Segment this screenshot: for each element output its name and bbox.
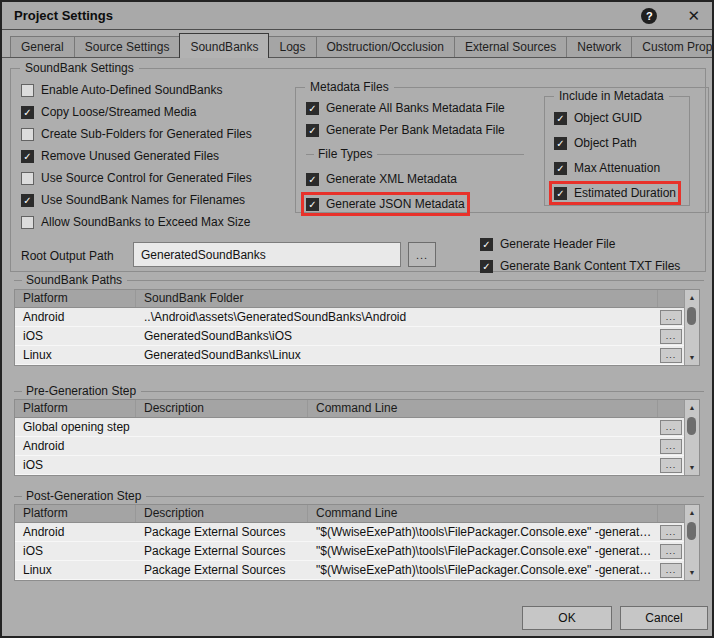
table-row[interactable]: Android... xyxy=(15,437,684,456)
column-header-description[interactable]: Description xyxy=(136,400,308,417)
scrollbar-thumb[interactable] xyxy=(687,417,696,435)
column-header-soundbank-folder[interactable]: SoundBank Folder xyxy=(136,290,658,307)
checkbox-generate-all-banks-metadata-file[interactable]: ✓Generate All Banks Metadata File xyxy=(306,101,505,115)
column-header-description[interactable]: Description xyxy=(136,505,308,522)
checkbox-checked-icon[interactable]: ✓ xyxy=(21,106,34,119)
checkbox-checked-icon[interactable]: ✓ xyxy=(554,112,567,125)
row-actions-cell: ... xyxy=(658,439,684,454)
section-label: Post-Generation Step xyxy=(26,489,141,503)
checkbox-generate-xml-metadata[interactable]: ✓Generate XML Metadata xyxy=(306,172,457,186)
table-row[interactable]: Global opening step... xyxy=(15,418,684,437)
checkbox-allow-soundbanks-to-exceed-max-size[interactable]: Allow SoundBanks to Exceed Max Size xyxy=(21,215,250,229)
column-header-command-line[interactable]: Command Line xyxy=(308,505,658,522)
checkbox-max-attenuation[interactable]: ✓Max Attenuation xyxy=(554,161,660,175)
checkbox-use-soundbank-names-for-filenames[interactable]: ✓Use SoundBank Names for Filenames xyxy=(21,193,245,207)
tab-obstruction-occlusion[interactable]: Obstruction/Occlusion xyxy=(316,36,455,57)
checkbox-checked-icon[interactable]: ✓ xyxy=(306,173,319,186)
section-head-post-generation-step: Post-Generation Step xyxy=(14,489,704,503)
checkbox-use-source-control-for-generated-files[interactable]: Use Source Control for Generated Files xyxy=(21,171,252,185)
checkbox-remove-unused-generated-files[interactable]: ✓Remove Unused Generated Files xyxy=(21,149,219,163)
column-header-platform[interactable]: Platform xyxy=(15,400,136,417)
checkbox-generate-json-metadata[interactable]: ✓Generate JSON Metadata xyxy=(306,197,465,211)
tab-custom-properties[interactable]: Custom Properties xyxy=(631,36,714,57)
checkbox-copy-loose-streamed-media[interactable]: ✓Copy Loose/Streamed Media xyxy=(21,105,196,119)
row-actions-cell: ... xyxy=(658,563,684,578)
checkbox-checked-icon[interactable]: ✓ xyxy=(21,194,34,207)
checkbox-checked-icon[interactable]: ✓ xyxy=(306,198,319,211)
tab-external-sources[interactable]: External Sources xyxy=(454,36,567,57)
checkbox-generate-bank-content-txt-files[interactable]: ✓Generate Bank Content TXT Files xyxy=(480,259,680,273)
tab-source-settings[interactable]: Source Settings xyxy=(74,36,181,57)
scroll-down-arrow-icon[interactable]: ▼ xyxy=(685,565,699,580)
tab-logs[interactable]: Logs xyxy=(268,36,316,57)
checkbox-unchecked-icon[interactable] xyxy=(21,216,34,229)
checkbox-checked-icon[interactable]: ✓ xyxy=(480,238,493,251)
checkbox-label: Generate Header File xyxy=(500,237,615,251)
table-row[interactable]: AndroidPackage External Sources"$(WwiseE… xyxy=(15,523,684,542)
vertical-scrollbar[interactable]: ▲▼ xyxy=(684,505,699,580)
checkbox-object-path[interactable]: ✓Object Path xyxy=(554,136,637,150)
checkbox-checked-icon[interactable]: ✓ xyxy=(554,137,567,150)
soundbank-settings-checkbox-list: Enable Auto-Defined SoundBanks✓Copy Loos… xyxy=(21,83,252,237)
table-row[interactable]: LinuxGeneratedSoundBanks\Linux... xyxy=(15,346,684,365)
help-icon[interactable]: ? xyxy=(641,8,657,24)
scroll-up-arrow-icon[interactable]: ▲ xyxy=(685,505,699,520)
checkbox-checked-icon[interactable]: ✓ xyxy=(21,150,34,163)
table-cell: ..\Android\assets\GeneratedSoundBanks\An… xyxy=(136,310,658,324)
metadata-files-checkbox-list: ✓Generate All Banks Metadata File✓Genera… xyxy=(306,101,524,137)
scrollbar-thumb[interactable] xyxy=(687,307,696,325)
checkbox-checked-icon[interactable]: ✓ xyxy=(554,162,567,175)
table-row[interactable]: iOS... xyxy=(15,456,684,475)
tab-network[interactable]: Network xyxy=(566,36,632,57)
scroll-down-arrow-icon[interactable]: ▼ xyxy=(685,460,699,475)
row-browse-button[interactable]: ... xyxy=(660,310,682,325)
row-browse-button[interactable]: ... xyxy=(660,329,682,344)
checkbox-estimated-duration[interactable]: ✓Estimated Duration xyxy=(554,186,676,200)
checkbox-generate-header-file[interactable]: ✓Generate Header File xyxy=(480,237,615,251)
row-actions-cell: ... xyxy=(658,420,684,435)
column-header-platform[interactable]: Platform xyxy=(15,290,136,307)
vertical-scrollbar[interactable]: ▲▼ xyxy=(684,290,699,365)
scroll-up-arrow-icon[interactable]: ▲ xyxy=(685,400,699,415)
row-browse-button[interactable]: ... xyxy=(660,525,682,540)
checkbox-checked-icon[interactable]: ✓ xyxy=(306,124,319,137)
root-output-path-browse-button[interactable]: ... xyxy=(408,242,436,267)
checkbox-checked-icon[interactable]: ✓ xyxy=(480,260,493,273)
table-cell: Android xyxy=(15,439,136,453)
checkbox-object-guid[interactable]: ✓Object GUID xyxy=(554,111,642,125)
ok-button[interactable]: OK xyxy=(522,606,612,630)
checkbox-generate-per-bank-metadata-file[interactable]: ✓Generate Per Bank Metadata File xyxy=(306,123,505,137)
root-output-path-input[interactable] xyxy=(133,242,401,267)
column-header-command-line[interactable]: Command Line xyxy=(308,400,658,417)
row-browse-button[interactable]: ... xyxy=(660,458,682,473)
scroll-up-arrow-icon[interactable]: ▲ xyxy=(685,290,699,305)
column-header-platform[interactable]: Platform xyxy=(15,505,136,522)
row-actions-cell: ... xyxy=(658,348,684,363)
checkbox-unchecked-icon[interactable] xyxy=(21,172,34,185)
scrollbar-thumb[interactable] xyxy=(687,522,696,540)
column-header-actions xyxy=(658,290,684,307)
vertical-scrollbar[interactable]: ▲▼ xyxy=(684,400,699,475)
scroll-down-arrow-icon[interactable]: ▼ xyxy=(685,350,699,365)
row-browse-button[interactable]: ... xyxy=(660,420,682,435)
checkbox-create-sub-folders-for-generated-files[interactable]: Create Sub-Folders for Generated Files xyxy=(21,127,252,141)
close-icon[interactable]: ✕ xyxy=(687,8,700,24)
row-browse-button[interactable]: ... xyxy=(660,348,682,363)
row-browse-button[interactable]: ... xyxy=(660,439,682,454)
checkbox-checked-icon[interactable]: ✓ xyxy=(306,102,319,115)
table-row[interactable]: iOSPackage External Sources"$(WwiseExePa… xyxy=(15,542,684,561)
table-row[interactable]: iOSGeneratedSoundBanks\iOS... xyxy=(15,327,684,346)
checkbox-unchecked-icon[interactable] xyxy=(21,128,34,141)
checkbox-unchecked-icon[interactable] xyxy=(21,84,34,97)
table-row[interactable]: LinuxPackage External Sources"$(WwiseExe… xyxy=(15,561,684,580)
table-cell: GeneratedSoundBanks\iOS xyxy=(136,329,658,343)
tab-general[interactable]: General xyxy=(10,36,75,57)
soundbank-paths-table: PlatformSoundBank FolderAndroid..\Androi… xyxy=(14,289,700,366)
cancel-button[interactable]: Cancel xyxy=(620,606,708,630)
checkbox-checked-icon[interactable]: ✓ xyxy=(554,187,567,200)
row-browse-button[interactable]: ... xyxy=(660,544,682,559)
table-row[interactable]: Android..\Android\assets\GeneratedSoundB… xyxy=(15,308,684,327)
tab-soundbanks[interactable]: SoundBanks xyxy=(179,33,269,58)
row-browse-button[interactable]: ... xyxy=(660,563,682,578)
checkbox-enable-auto-defined-soundbanks[interactable]: Enable Auto-Defined SoundBanks xyxy=(21,83,222,97)
